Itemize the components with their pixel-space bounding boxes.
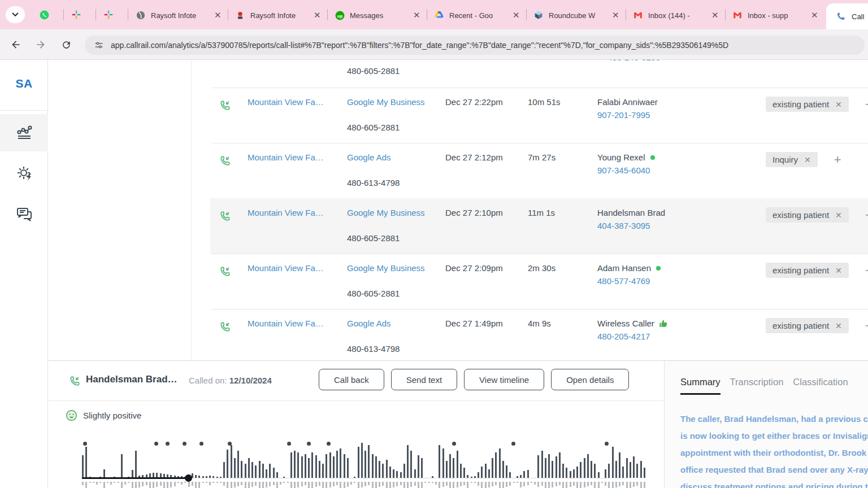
tab-recent-goo[interactable]: Recent - Goo✕ bbox=[427, 5, 526, 26]
waveform-bar bbox=[576, 467, 578, 478]
caller-phone-link[interactable]: 404-387-3095 bbox=[597, 221, 650, 230]
tag-pill[interactable]: Inquiry✕ bbox=[766, 152, 818, 167]
tab-roundcube-w[interactable]: Roundcube W✕ bbox=[527, 5, 625, 26]
tab-messages[interactable]: upMessages✕ bbox=[328, 5, 426, 26]
site-settings-icon[interactable] bbox=[94, 40, 104, 50]
tab-raysoft-infote[interactable]: Raysoft Infote✕ bbox=[228, 5, 327, 26]
waveform-marker-dot[interactable] bbox=[199, 442, 203, 446]
tab-inbox-supp[interactable]: Inbox - supp✕ bbox=[726, 5, 824, 26]
tab-raysoft-infote[interactable]: Raysoft Infote✕ bbox=[129, 5, 227, 26]
waveform-marker-dot[interactable] bbox=[511, 442, 515, 446]
tag-pill[interactable]: existing patient✕ bbox=[766, 97, 849, 112]
waveform-bar bbox=[488, 469, 490, 478]
account-logo[interactable]: SA bbox=[0, 77, 48, 90]
sidebar-item-analytics[interactable] bbox=[0, 114, 48, 151]
open-details-button[interactable]: Open details bbox=[551, 369, 629, 390]
detail-tab-classification[interactable]: Classification bbox=[793, 377, 848, 395]
source-link[interactable]: Google My Business bbox=[347, 208, 425, 217]
send-text-button[interactable]: Send text bbox=[391, 369, 457, 390]
view-timeline-button[interactable]: View timeline bbox=[464, 369, 544, 390]
company-link[interactable]: Mountain View Fa… bbox=[248, 263, 324, 273]
waveform-marker-dot[interactable] bbox=[83, 442, 87, 446]
company-link[interactable]: Mountain View Fa… bbox=[248, 319, 324, 328]
caller-phone-link[interactable]: 907-201-7995 bbox=[597, 110, 650, 120]
tag-remove-icon[interactable]: ✕ bbox=[835, 100, 842, 109]
clipped-caller-phone[interactable]: 480-240-6256 bbox=[607, 60, 660, 62]
waveform-bar bbox=[566, 468, 567, 478]
waveform-marker-dot[interactable] bbox=[228, 442, 232, 446]
add-tag-button[interactable]: + bbox=[865, 319, 868, 333]
waveform-marker-dot[interactable] bbox=[166, 442, 170, 446]
caller-phone-link[interactable]: 480-205-4217 bbox=[597, 332, 650, 341]
tag-remove-icon[interactable]: ✕ bbox=[835, 211, 842, 220]
url-bar[interactable]: app.callrail.com/analytics/a/537900785/r… bbox=[85, 36, 865, 55]
add-tag-button[interactable]: + bbox=[865, 263, 868, 278]
waveform-marker-dot[interactable] bbox=[154, 442, 158, 446]
table-row[interactable]: Mountain View Fa…Google Ads480-613-4798D… bbox=[210, 309, 868, 360]
waveform-marker-dot[interactable] bbox=[327, 442, 331, 446]
pinned-tab-slack[interactable] bbox=[64, 5, 89, 25]
call-back-button[interactable]: Call back bbox=[319, 369, 384, 390]
waveform-bar-mirror bbox=[124, 482, 126, 485]
sidebar-item-settings[interactable] bbox=[0, 155, 48, 192]
waveform-bar-mirror bbox=[630, 482, 631, 488]
waveform-marker-dot[interactable] bbox=[605, 442, 609, 446]
forward-button[interactable] bbox=[33, 37, 49, 53]
add-tag-button[interactable]: + bbox=[865, 208, 868, 223]
company-link[interactable]: Mountain View Fa… bbox=[248, 208, 324, 217]
detail-tab-transcription[interactable]: Transcription bbox=[730, 377, 784, 395]
caller-phone-link[interactable]: 480-577-4769 bbox=[597, 276, 650, 286]
tag-remove-icon[interactable]: ✕ bbox=[835, 266, 842, 275]
tab-close-icon[interactable]: ✕ bbox=[711, 10, 719, 20]
add-tag-button[interactable]: + bbox=[865, 97, 868, 112]
tab-close-icon[interactable]: ✕ bbox=[513, 10, 520, 20]
company-link[interactable]: Mountain View Fa… bbox=[248, 97, 324, 107]
waveform-marker-dot[interactable] bbox=[183, 442, 186, 446]
tab-close-icon[interactable]: ✕ bbox=[214, 10, 222, 20]
tab-close-icon[interactable]: ✕ bbox=[314, 10, 321, 20]
audio-waveform[interactable] bbox=[82, 441, 648, 488]
back-button[interactable] bbox=[8, 37, 24, 53]
tag-pill[interactable]: existing patient✕ bbox=[766, 207, 849, 223]
table-row[interactable]: Mountain View Fa…Google Ads480-613-4798D… bbox=[210, 143, 868, 198]
tracking-number: 480-613-4798 bbox=[347, 178, 400, 188]
reload-button[interactable] bbox=[58, 37, 74, 53]
table-row[interactable]: Mountain View Fa…Google My Business480-6… bbox=[210, 88, 868, 143]
tag-remove-icon[interactable]: ✕ bbox=[804, 155, 811, 164]
tab-search-button[interactable] bbox=[6, 6, 25, 23]
waveform-marker-dot[interactable] bbox=[287, 442, 291, 446]
waveform-bar bbox=[340, 448, 341, 478]
company-link[interactable]: Mountain View Fa… bbox=[248, 152, 324, 162]
waveform-bar bbox=[269, 464, 271, 478]
waveform-bar-mirror bbox=[107, 482, 108, 483]
waveform-marker-dot[interactable] bbox=[307, 442, 311, 446]
table-row[interactable]: Mountain View Fa…Google My Business480-6… bbox=[210, 254, 868, 309]
source-link[interactable]: Google Ads bbox=[347, 152, 391, 162]
source-link[interactable]: Google Ads bbox=[347, 319, 391, 328]
add-tag-button[interactable]: + bbox=[834, 152, 841, 167]
tag-pill[interactable]: existing patient✕ bbox=[766, 263, 849, 278]
tag-cell: existing patient✕+ bbox=[766, 318, 868, 333]
source-link[interactable]: Google My Business bbox=[347, 97, 425, 107]
caller-phone-link[interactable]: 907-345-6040 bbox=[597, 165, 650, 175]
source-link[interactable]: Google My Business bbox=[347, 263, 425, 273]
tab-close-icon[interactable]: ✕ bbox=[413, 10, 420, 20]
waveform-bar bbox=[421, 458, 423, 478]
pinned-tab-whatsapp[interactable] bbox=[32, 5, 57, 25]
table-row[interactable]: Mountain View Fa…Google My Business480-6… bbox=[210, 198, 868, 254]
waveform-bar bbox=[251, 462, 253, 478]
tab-close-icon[interactable]: ✕ bbox=[612, 10, 619, 20]
waveform-playhead[interactable] bbox=[185, 474, 192, 482]
active-tab[interactable]: Call bbox=[826, 3, 868, 29]
waveform-marker-dot[interactable] bbox=[452, 442, 456, 446]
waveform-bar bbox=[640, 461, 642, 478]
tag-remove-icon[interactable]: ✕ bbox=[835, 321, 842, 330]
detail-tab-summary[interactable]: Summary bbox=[680, 377, 721, 395]
tab-close-icon[interactable]: ✕ bbox=[811, 10, 818, 20]
pinned-tab-slack[interactable] bbox=[96, 5, 121, 25]
tab-inbox-144-[interactable]: Inbox (144) -✕ bbox=[626, 5, 724, 26]
sidebar-item-conversations[interactable] bbox=[0, 195, 48, 233]
waveform-bar-mirror bbox=[262, 482, 264, 488]
call-date: Dec 27 2:09pm bbox=[445, 263, 503, 273]
tag-pill[interactable]: existing patient✕ bbox=[766, 318, 849, 333]
